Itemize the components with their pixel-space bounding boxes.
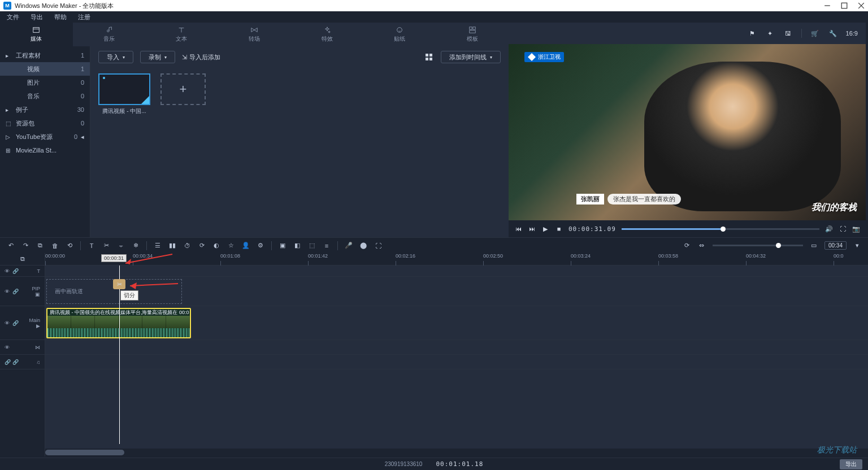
stop-button[interactable]: ■	[555, 225, 563, 233]
preview-tool-1-icon[interactable]: ⚑	[747, 28, 757, 38]
maximize-button[interactable]	[841, 2, 848, 9]
tab-music[interactable]: 音乐	[73, 23, 146, 46]
reverse-icon[interactable]: ⟳	[198, 242, 206, 250]
play-button[interactable]: ▶	[541, 225, 549, 233]
main-clip[interactable]: 腾讯视频 - 中国领先的在线视频媒体平台,海量高清视频在 00:0	[46, 308, 191, 338]
svg-rect-9	[426, 54, 428, 56]
media-sidebar: ▸工程素材1视频1图片0音乐0▸例子30⬚资源包0▷YouTube资源0◂⊞Mo…	[0, 46, 90, 237]
statusbar: 230919133610 00:01:01.18 导出	[0, 458, 868, 470]
tv-logo-overlay: 浙江卫视	[524, 52, 564, 62]
trim-icon[interactable]: ⫟	[117, 242, 125, 250]
tab-text[interactable]: 文本	[145, 23, 218, 46]
tab-effects[interactable]: 特效	[290, 23, 363, 46]
camera-icon[interactable]: 📷	[852, 225, 860, 233]
site-watermark: 极光下载站	[817, 445, 857, 455]
media-thumb[interactable]: 腾讯视频 - 中国...	[98, 73, 150, 115]
tab-transition[interactable]: 转场	[218, 23, 291, 46]
chevron-down-icon[interactable]: ▾	[853, 242, 861, 250]
lock-icon[interactable]: 🔗	[12, 359, 18, 365]
mic-icon[interactable]: 🎤	[345, 242, 353, 250]
lock-icon[interactable]: 🔗	[12, 289, 18, 294]
sidebar-item[interactable]: 视频1	[0, 62, 90, 76]
cut-icon[interactable]: ✂	[102, 242, 110, 250]
settings-icon[interactable]: 🔧	[828, 28, 838, 38]
lock-icon[interactable]: 🔗	[12, 268, 18, 274]
text-track-head: 👁🔗 T	[0, 266, 45, 277]
redo-icon[interactable]: ↷	[21, 242, 29, 250]
timeline-scrollbar[interactable]	[45, 449, 868, 456]
titlebar: M Windows Movie Maker - 全功能版本	[0, 0, 868, 11]
sidebar-item[interactable]: ⬚资源包0	[0, 116, 90, 130]
eq-icon[interactable]: ≡	[323, 242, 331, 250]
tool-5-icon[interactable]: ⟲	[66, 242, 73, 250]
split-marker-icon[interactable]: ✂	[113, 279, 125, 289]
expand-icon[interactable]: ⛶	[374, 242, 382, 250]
link-icon[interactable]: 🔗	[5, 359, 10, 365]
svg-line-13	[125, 254, 172, 263]
lock-icon[interactable]: 🔗	[12, 320, 18, 326]
menu-export[interactable]: 导出	[31, 13, 43, 21]
menu-register[interactable]: 注册	[78, 13, 90, 21]
import-button[interactable]: 导入▾	[98, 51, 133, 63]
timeline-toolbar: ↶ ↷ ⧉ 🗑 ⟲ T ✂ ⫟ ❄ ☰ ▮▮ ⏱ ⟳ ◐ ☆ 👤 ⚙ ▣ ◧ ⬚…	[0, 237, 868, 253]
timeline-tracks[interactable]: 画中画轨道 腾讯视频 - 中国领先的在线视频媒体平台,海量高清视频在 00:0 …	[45, 266, 868, 444]
menu-help[interactable]: 帮助	[54, 13, 67, 21]
add-to-timeline-button[interactable]: 添加到时间线▾	[441, 51, 501, 63]
tab-sticker[interactable]: 贴纸	[363, 23, 436, 46]
preview-tool-2-icon[interactable]: ✦	[765, 28, 775, 38]
playhead[interactable]: 00:00:31	[119, 266, 120, 444]
copy-icon[interactable]: ⧉	[36, 242, 44, 250]
person-icon[interactable]: 👤	[242, 242, 250, 250]
eye-icon[interactable]: 👁	[5, 345, 10, 350]
track-icon[interactable]: ▮▮	[168, 242, 176, 250]
menu-file[interactable]: 文件	[7, 13, 19, 21]
sidebar-item[interactable]: ▸工程素材1	[0, 49, 90, 62]
mask-icon[interactable]: ◧	[293, 242, 301, 250]
tab-media[interactable]: 媒体	[0, 23, 73, 46]
freeze-icon[interactable]: ❄	[132, 242, 140, 250]
after-import-link[interactable]: ⇲导入后添加	[182, 53, 220, 62]
audio-track-head: 🔗🔗 ♫	[0, 355, 45, 369]
refresh-icon[interactable]: ⟳	[683, 242, 691, 250]
adjust-icon[interactable]: ⚙	[257, 242, 264, 250]
fit-icon[interactable]: ⇔	[698, 242, 706, 250]
next-frame-button[interactable]: ⏭	[528, 225, 536, 233]
undo-icon[interactable]: ↶	[7, 242, 15, 250]
zoom-fit-icon[interactable]: ▭	[810, 242, 818, 250]
sidebar-item[interactable]: ▷YouTube资源0◂	[0, 130, 90, 143]
blend-icon[interactable]: ⬚	[308, 242, 316, 250]
sidebar-item[interactable]: ▸例子30	[0, 103, 90, 116]
crop-icon[interactable]: ▣	[279, 242, 287, 250]
sidebar-item[interactable]: 图片0	[0, 76, 90, 89]
ruler-tick: 00:02:50	[483, 253, 503, 259]
grid-view-icon[interactable]	[424, 52, 434, 62]
video-preview[interactable]: 浙江卫视 张凯丽 张杰是我一直都喜欢的 我们的客栈	[509, 44, 866, 220]
list-icon[interactable]: ☰	[154, 242, 162, 250]
record-button[interactable]: 录制▾	[140, 51, 175, 63]
save-snapshot-icon[interactable]: 🖫	[783, 28, 793, 38]
fullscreen-icon[interactable]: ⛶	[839, 225, 847, 233]
star-icon[interactable]: ☆	[227, 242, 235, 250]
prev-frame-button[interactable]: ⏮	[514, 225, 522, 233]
preview-progress[interactable]	[622, 228, 819, 230]
cart-icon[interactable]: 🛒	[810, 28, 820, 38]
zoom-slider[interactable]	[713, 245, 803, 246]
track-manager-icon[interactable]: ⧉	[19, 255, 27, 263]
export-button[interactable]: 导出	[840, 459, 862, 469]
tab-template[interactable]: 模板	[436, 23, 509, 46]
minimize-button[interactable]	[824, 2, 831, 9]
add-media-button[interactable]: +	[160, 73, 206, 105]
sidebar-item[interactable]: ⊞MovieZilla St...	[0, 143, 90, 157]
color-icon[interactable]: ◐	[212, 242, 220, 250]
eye-icon[interactable]: 👁	[5, 320, 10, 326]
eye-icon[interactable]: 👁	[5, 268, 10, 274]
sidebar-item[interactable]: 音乐0	[0, 89, 90, 103]
text-tool-icon[interactable]: T	[88, 242, 96, 250]
aspect-ratio: 16:9	[846, 30, 858, 37]
delete-icon[interactable]: 🗑	[51, 242, 59, 250]
eye-icon[interactable]: 👁	[5, 289, 10, 294]
record-icon[interactable]: ⬤	[359, 242, 367, 250]
volume-icon[interactable]: 🔊	[825, 225, 833, 233]
speed-icon[interactable]: ⏱	[183, 242, 191, 250]
close-button[interactable]	[858, 2, 865, 9]
